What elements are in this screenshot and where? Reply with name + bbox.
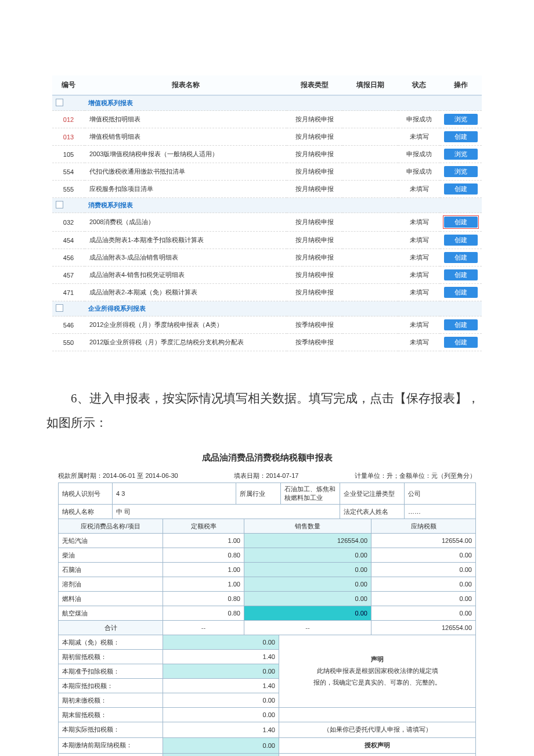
row-name: 成品油附表4-销售扣税凭证明细表 — [85, 267, 287, 284]
item-rate: 0.80 — [163, 548, 244, 563]
row-date — [342, 146, 398, 163]
row-type: 按月纳税申报 — [287, 267, 342, 284]
action-button[interactable]: 浏览 — [444, 166, 478, 177]
item-name: 无铅汽油 — [59, 534, 163, 548]
item-rate: 0.80 — [163, 606, 244, 621]
item-rate: 1.00 — [163, 534, 244, 548]
step-6-content: 6、进入申报表，按实际情况填写相关数据。填写完成，点击【保存报表】，如图所示： — [46, 391, 479, 430]
table-row: 454成品油类附表1-本期准予扣除税额计算表按月纳税申报未填写创建 — [52, 232, 482, 249]
row-date — [342, 316, 398, 334]
row-type: 按月纳税申报 — [287, 163, 342, 181]
action-button[interactable]: 创建 — [444, 269, 478, 280]
row-action: 创建 — [440, 249, 482, 267]
item-rate: 1.00 — [163, 563, 244, 577]
table-header-row: 编号 报表名称 报表类型 填报日期 状态 操作 — [52, 75, 482, 95]
row-action: 创建 — [440, 232, 482, 249]
item-name: 柴油 — [59, 548, 163, 563]
row-code: 013 — [52, 128, 85, 146]
regtype-label: 企业登记注册类型 — [340, 483, 405, 505]
table-row: 1052003版增值税纳税申报表（一般纳税人适用）按月纳税申报申报成功浏览 — [52, 146, 482, 163]
section-checkbox[interactable] — [56, 304, 63, 312]
summary-value[interactable]: 0.00 — [163, 635, 279, 650]
row-name: 2012版企业所得税（月）季度汇总纳税分支机构分配表 — [85, 334, 287, 351]
row-name: 2003版增值税纳税申报表（一般纳税人适用） — [85, 146, 287, 163]
row-type: 按月纳税申报 — [287, 181, 342, 198]
summary-value: 1.40 — [163, 650, 279, 664]
section-row: 企业所得税系列报表 — [52, 301, 482, 316]
summary-value[interactable]: 0.00 — [163, 737, 279, 753]
row-status: 申报成功 — [398, 163, 440, 181]
row-status: 未填写 — [398, 181, 440, 198]
item-tax: 126554.00 — [371, 534, 476, 548]
row-name: 应税服务扣除项目清单 — [85, 181, 287, 198]
action-button[interactable]: 创建 — [444, 287, 478, 298]
table-row: 554代扣代缴税收通用缴款书抵扣清单按月纳税申报申报成功浏览 — [52, 163, 482, 181]
row-action: 浏览 — [440, 146, 482, 163]
total-rate: -- — [163, 621, 244, 635]
row-status: 未填写 — [398, 284, 440, 301]
row-name: 成品油附表2-本期减（免）税额计算表 — [85, 284, 287, 301]
action-button[interactable]: 创建 — [444, 183, 478, 195]
summary-label: 期初留抵税额： — [59, 650, 163, 664]
row-date — [342, 249, 398, 267]
item-tax: 0.00 — [371, 606, 476, 621]
item-qty[interactable]: 0.00 — [244, 577, 371, 592]
summary-row: 本期缴纳前期应纳税额：0.00授权声明 — [59, 737, 476, 753]
row-status: 未填写 — [398, 267, 440, 284]
action-button[interactable]: 创建 — [444, 252, 478, 263]
row-name: 成品油类附表1-本期准予扣除税额计算表 — [85, 232, 287, 249]
row-date — [342, 128, 398, 146]
row-code: 546 — [52, 316, 85, 334]
action-button[interactable]: 创建 — [444, 131, 478, 142]
summary-value: 1.40 — [163, 722, 279, 738]
section-checkbox[interactable] — [56, 99, 63, 106]
item-tax: 0.00 — [371, 577, 476, 592]
industry-value: 石油加工、炼焦和核燃料加工业 — [281, 483, 340, 505]
item-qty[interactable]: 126554.00 — [244, 534, 371, 548]
row-name: 增值税销售明细表 — [85, 128, 287, 146]
row-date — [342, 181, 398, 198]
step-6-text: 6、进入申报表，按实际情况填写相关数据。填写完成，点击【保存报表】，如图所示： — [46, 386, 488, 435]
summary-label: 期初未缴税额： — [59, 693, 163, 708]
item-qty[interactable]: 0.00 — [244, 548, 371, 563]
report-list-table: 编号 报表名称 报表类型 填报日期 状态 操作 增值税系列报表012增值税抵扣明… — [52, 75, 482, 351]
summary-value[interactable]: 0.00 — [163, 753, 279, 756]
summary-value: 0.00 — [163, 708, 279, 722]
col-tax: 应纳税额 — [371, 519, 476, 534]
row-date — [342, 163, 398, 181]
tax-form: 成品油消费品消费税纳税额申报表 税款所属时期：2014-06-01 至 2014… — [58, 452, 476, 756]
action-button[interactable]: 浏览 — [444, 149, 478, 160]
action-button[interactable]: 创建 — [444, 217, 478, 228]
action-button[interactable]: 浏览 — [444, 114, 478, 125]
unit-note: 计量单位：升；金额单位：元（列至角分） — [355, 471, 476, 480]
summary-label: 本期减（免）税额： — [59, 635, 163, 650]
item-qty[interactable]: 0.00 — [244, 592, 371, 606]
item-tax: 0.00 — [371, 592, 476, 606]
item-name: 溶剂油 — [59, 577, 163, 592]
section-row: 消费税系列报表 — [52, 198, 482, 213]
row-status: 未填写 — [398, 316, 440, 334]
row-name: 2008消费税（成品油） — [85, 213, 287, 232]
item-qty[interactable]: 0.00 — [244, 606, 371, 621]
item-qty[interactable]: 0.00 — [244, 563, 371, 577]
item-tax: 0.00 — [371, 548, 476, 563]
row-status: 申报成功 — [398, 146, 440, 163]
action-button[interactable]: 创建 — [444, 319, 478, 330]
total-qty: -- — [244, 621, 371, 635]
item-name: 燃料油 — [59, 592, 163, 606]
table-row: 456成品油附表3-成品油销售明细表按月纳税申报未填写创建 — [52, 249, 482, 267]
declaration-box: 声明此纳税申报表是根据国家税收法律的规定填报的，我确定它是真实的、可靠的、完整的… — [279, 635, 476, 708]
row-status: 未填写 — [398, 249, 440, 267]
action-button[interactable]: 创建 — [444, 235, 478, 246]
col-item: 应税消费品名称/项目 — [59, 519, 163, 534]
row-name: 增值税抵扣明细表 — [85, 111, 287, 128]
summary-row: 本期预缴税额：0.00为代理一切税务事宜，现授权______（地址）______… — [59, 753, 476, 756]
col-date: 填报日期 — [342, 75, 398, 95]
action-button[interactable]: 创建 — [444, 337, 478, 348]
row-date — [342, 267, 398, 284]
summary-label: 期末留抵税额： — [59, 708, 163, 722]
row-action: 创建 — [440, 213, 482, 232]
row-type: 按月纳税申报 — [287, 249, 342, 267]
section-checkbox[interactable] — [56, 201, 63, 208]
summary-value[interactable]: 0.00 — [163, 664, 279, 679]
